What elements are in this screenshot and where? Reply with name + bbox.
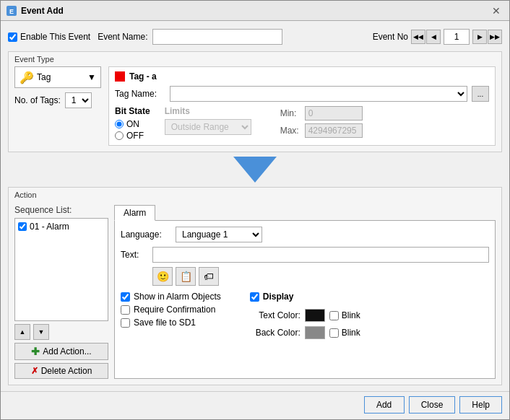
on-label: ON [126,119,139,129]
tag-insert-button[interactable]: 🏷 [199,267,219,286]
smiley-button[interactable]: 🙂 [152,267,173,286]
text-color-swatch[interactable] [305,309,325,322]
list-item: 01 - Alarm [18,222,105,232]
tag-name-dropdown[interactable] [170,86,467,102]
alarm-tab-panel: Alarm Language: Language 1 Language 2 [114,205,496,379]
close-button[interactable]: Close [409,396,456,414]
blink-text-checkbox[interactable] [329,311,339,320]
move-down-button[interactable]: ▼ [33,324,49,340]
nav-last-button[interactable]: ▶▶ [488,30,502,44]
off-radio[interactable] [115,131,124,140]
back-color-swatch[interactable] [305,326,325,339]
text-input[interactable] [152,247,489,263]
plus-icon: ✚ [31,346,40,357]
event-no-input[interactable] [444,29,470,45]
on-radio-label[interactable]: ON [115,119,150,129]
language-select[interactable]: Language 1 Language 2 [176,227,262,242]
save-file-checkbox[interactable] [121,318,130,328]
delete-action-label: Delete Action [41,366,92,376]
event-type-row: 🔑 Tag ▼ No. of Tags: 1 2 3 [14,66,496,146]
limits-dropdown[interactable]: Outside Range [165,119,251,135]
no-of-tags-label: No. of Tags: [14,95,61,105]
tab-alarm[interactable]: Alarm [114,205,155,221]
bottom-bar: Add Close Help [1,391,509,419]
enable-event-checkbox-label[interactable]: Enable This Event [8,32,90,42]
tag-name-label: Tag Name: [115,89,165,99]
action-section: Action Sequence List: 01 - Alarm ▲ ▼ [8,187,502,385]
display-checkbox[interactable] [250,292,259,302]
back-color-row: Back Color: Blink [250,326,360,339]
event-name-section: Event Name: [98,29,365,45]
save-file-text: Save file to SD1 [134,318,196,328]
down-arrow-icon [233,157,277,183]
on-radio[interactable] [115,120,124,128]
up-down-btns: ▲ ▼ [14,324,108,340]
off-radio-label[interactable]: OFF [115,131,150,141]
limits-group: Limits Outside Range [165,106,251,141]
nav-btn-group: ◀◀ ◀ [411,30,441,44]
language-label: Language: [121,229,170,240]
move-up-button[interactable]: ▲ [14,324,30,340]
tag-browse-button[interactable]: ... [472,86,489,102]
blink-text-check-label[interactable]: Blink [329,310,360,320]
blink-back-checkbox[interactable] [329,328,339,338]
event-no-label: Event No [373,32,408,42]
left-options: Show in Alarm Objects Require Confirmati… [121,292,221,328]
add-action-button[interactable]: ✚ Add Action... [14,343,108,360]
show-in-alarm-objects-checkbox[interactable] [121,292,130,302]
max-row: Max: [280,123,363,138]
add-button[interactable]: Add [364,396,405,414]
dropdown-chevron-icon: ▼ [87,72,96,82]
limits-inner: Outside Range [165,119,251,135]
nav-prev-button[interactable]: ◀ [426,30,441,44]
enable-event-label: Enable This Event [20,32,90,42]
max-input[interactable] [305,123,363,138]
window-title: Event Add [21,6,64,16]
display-label: Display [263,292,294,302]
blink-text-label: Blink [342,310,360,320]
show-in-alarm-objects-label[interactable]: Show in Alarm Objects [121,292,221,302]
tag-dropdown-label: Tag [37,72,51,82]
delete-action-button[interactable]: ✗ Delete Action [14,363,108,379]
tag-details-row: Bit State ON OFF Limits [115,106,489,141]
nav-next-button[interactable]: ▶ [472,30,487,44]
seq-item-label: 01 - Alarm [30,222,69,232]
text-label: Text: [121,250,147,260]
action-body: Sequence List: 01 - Alarm ▲ ▼ ✚ Add Acti… [14,205,496,379]
event-name-input[interactable] [152,29,282,45]
blink-back-check-label[interactable]: Blink [329,328,360,338]
nav-first-button[interactable]: ◀◀ [411,30,425,44]
require-confirmation-checkbox[interactable] [121,305,130,315]
off-label: OFF [126,131,144,141]
calendar-button[interactable]: 📋 [176,267,196,286]
no-of-tags-row: No. of Tags: 1 2 3 [14,92,101,108]
text-row: Text: [121,247,489,263]
add-action-label: Add Action... [43,346,91,356]
icon-buttons-row: 🙂 📋 🏷 [152,267,489,286]
action-section-label: Action [14,191,496,199]
require-confirmation-label[interactable]: Require Confirmation [121,305,221,315]
min-input[interactable] [305,106,363,121]
seq-item-checkbox[interactable] [18,222,27,231]
event-type-section: Event Type 🔑 Tag ▼ No. of Tags: 1 2 3 [8,51,502,152]
event-add-window: E Event Add ✕ Enable This Event Event Na… [0,0,510,420]
titlebar: E Event Add ✕ [1,1,509,21]
bit-state-group: Bit State ON OFF [115,106,150,141]
options-row: Show in Alarm Objects Require Confirmati… [121,292,489,339]
enable-event-checkbox[interactable] [8,32,17,42]
content-area: Enable This Event Event Name: Event No ◀… [1,21,509,391]
min-max-group: Min: Max: [280,106,363,141]
help-button[interactable]: Help [459,396,502,414]
save-file-label[interactable]: Save file to SD1 [121,318,221,328]
tab-header: Alarm [114,205,496,221]
tag-panel-header: Tag - a [115,71,489,82]
language-row: Language: Language 1 Language 2 [121,227,489,242]
x-icon: ✗ [31,366,38,376]
event-type-label: Event Type [14,55,496,64]
tag-selector: 🔑 Tag ▼ No. of Tags: 1 2 3 [14,66,101,108]
titlebar-left: E Event Add [7,6,64,16]
top-bar: Enable This Event Event Name: Event No ◀… [8,27,502,47]
no-of-tags-select[interactable]: 1 2 3 [65,92,92,108]
close-window-button[interactable]: ✕ [489,5,503,17]
tag-dropdown[interactable]: 🔑 Tag ▼ [14,66,101,88]
